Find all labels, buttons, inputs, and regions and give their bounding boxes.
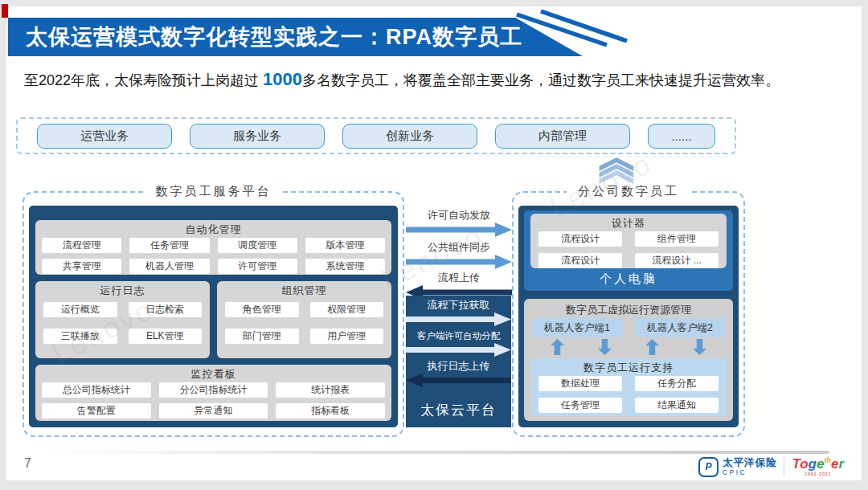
right-arrow: [406, 223, 512, 237]
tab-operations: 运营业务: [37, 124, 172, 149]
runlog-section: 运行日志 运行概览 日志检索 三联播放 ELK管理: [35, 281, 210, 358]
footer-logos: P 太平洋保险 CPIC Together 1991-2021: [698, 455, 844, 479]
module-button: 结果通知: [635, 398, 719, 413]
module-button: 系统管理: [305, 259, 385, 274]
module-button: 流程设计: [538, 253, 622, 268]
together-letter: th: [824, 457, 831, 464]
robot-client-box: 机器人客户端2: [635, 318, 725, 337]
module-button: 日志检索: [129, 302, 203, 317]
module-button: 机器人管理: [129, 259, 209, 274]
monitor-grid: 总公司指标统计 分公司指标统计 统计报表 告警配置 异常通知 指标看板: [35, 382, 391, 419]
red-accent-bar: [2, 4, 8, 18]
automation-section: 自动化管理 流程管理 任务管理 调度管理 版本管理 共享管理 机器人管理 许可管…: [35, 220, 391, 275]
together-subtext: 1991-2021: [805, 472, 831, 476]
together-letter: e: [831, 457, 838, 471]
module-button: 许可管理: [218, 259, 297, 274]
slide-canvas: 太保运营模式数字化转型实践之一：RPA数字员工 至2022年底，太保寿险预计上岗…: [0, 0, 868, 490]
tab-more: ......: [648, 124, 715, 149]
module-button: 调度管理: [218, 238, 297, 253]
together-letter: r: [838, 457, 844, 471]
right-branch-frame: 分公司数字员工 设计器 流程设计 组件管理 流程设计 流程设计 ... 个人电脑…: [512, 191, 745, 437]
designer-section: 设计器 流程设计 组件管理 流程设计 流程设计 ...: [530, 214, 727, 268]
module-button: 权限管理: [310, 302, 384, 317]
module-button: 任务管理: [538, 398, 622, 413]
module-button: 指标看板: [276, 403, 385, 419]
module-button: 角色管理: [225, 302, 299, 317]
runlog-grid: 运行概览 日志检索 三联播放 ELK管理: [35, 302, 210, 344]
together-letter: To: [792, 457, 808, 471]
subtitle: 至2022年底，太保寿险预计上岗超过 1000多名数字员工，将覆盖全部主要业务，…: [24, 69, 852, 90]
designer-section-title: 设计器: [530, 216, 727, 230]
branch-employee-panel: 设计器 流程设计 组件管理 流程设计 流程设计 ... 个人电脑 数字员工虚拟运…: [518, 206, 739, 427]
automation-section-title: 自动化管理: [35, 223, 391, 236]
cpic-logo: P 太平洋保险 CPIC: [698, 457, 777, 477]
right-arrow: [406, 343, 511, 357]
right-arrow: [406, 312, 511, 326]
org-section-title: 组织管理: [217, 284, 391, 297]
down-arrow-icon: [598, 339, 612, 355]
arrow-label: 流程下拉获取: [428, 299, 490, 312]
cpic-abbr: CPIC: [723, 469, 777, 476]
tab-internal: 内部管理: [495, 124, 630, 149]
cloud-platform-label: 太保云平台: [420, 401, 497, 419]
module-button: 流程管理: [42, 238, 121, 253]
module-button: 组件管理: [635, 231, 719, 247]
right-frame-title: 分公司数字员工: [567, 184, 690, 199]
arrow-label: 执行日志上传: [428, 360, 490, 373]
module-button: 异常通知: [159, 403, 268, 419]
module-button: 告警配置: [42, 403, 151, 419]
right-arrow: [406, 255, 512, 269]
cpic-name: 太平洋保险: [723, 458, 777, 468]
module-button: 总公司指标统计: [42, 382, 151, 398]
arrow-label: 客户端许可自动分配: [417, 329, 501, 342]
together-logo: Together 1991-2021: [792, 457, 844, 476]
footer-divider: [45, 451, 829, 454]
logo-separator: [784, 457, 784, 476]
monitor-section-title: 监控看板: [35, 367, 391, 381]
personal-computer-box: 设计器 流程设计 组件管理 流程设计 流程设计 ... 个人电脑: [524, 210, 733, 291]
left-frame-title: 数字员工服务平台: [145, 184, 283, 199]
cpic-logo-icon: P: [698, 457, 719, 477]
together-letter: e: [817, 457, 824, 471]
module-button: ELK管理: [129, 329, 203, 344]
subtitle-suffix: 多名数字员工，将覆盖全部主要业务，通过数字员工来快速提升运营效率。: [302, 72, 780, 88]
business-category-row: 运营业务 服务业务 创新业务 内部管理 ......: [16, 117, 736, 154]
module-button: 任务管理: [129, 238, 209, 253]
runlog-section-title: 运行日志: [35, 284, 210, 297]
banner-stripe-decoration: [494, 8, 639, 56]
module-button: 共享管理: [42, 259, 121, 274]
updown-arrows-row: [534, 339, 723, 355]
run-support-section: 数字员工运行支持 数据处理 任务分配 任务管理 结果通知: [530, 358, 727, 416]
tab-services: 服务业务: [190, 124, 325, 149]
run-support-title: 数字员工运行支持: [530, 361, 727, 374]
service-platform-panel: 自动化管理 流程管理 任务管理 调度管理 版本管理 共享管理 机器人管理 许可管…: [29, 206, 398, 427]
robot-client-box: 机器人客户端1: [532, 318, 622, 337]
cloud-platform-strip: 流程下拉获取 客户端许可自动分配 执行日志上传 太保云平台: [406, 296, 511, 427]
module-button: 三联播放: [43, 329, 117, 344]
module-button: 流程设计 ...: [635, 253, 719, 268]
together-wordmark: Together: [792, 457, 844, 471]
up-arrow-icon: [645, 339, 659, 355]
module-button: 统计报表: [276, 382, 385, 398]
module-button: 运行概览: [43, 302, 117, 317]
sync-arrows-group: 许可自动发放 公共组件同步 流程上传: [406, 207, 512, 300]
left-arrow: [406, 374, 511, 387]
monitor-section: 监控看板 总公司指标统计 分公司指标统计 统计报表 告警配置 异常通知 指标看板: [35, 365, 391, 421]
page-title: 太保运营模式数字化转型实践之一：RPA数字员工: [8, 22, 522, 51]
up-arrow-icon: [551, 339, 564, 355]
subtitle-prefix: 至2022年底，太保寿险预计上岗超过: [24, 72, 263, 88]
together-letter: g: [809, 457, 817, 471]
arrow-label: 公共组件同步: [428, 241, 490, 254]
module-button: 用户管理: [310, 329, 384, 344]
module-button: 流程设计: [538, 231, 622, 247]
left-platform-frame: 数字员工服务平台 自动化管理 流程管理 任务管理 调度管理 版本管理 共享管理 …: [23, 191, 404, 437]
module-button: 任务分配: [635, 376, 719, 391]
page-number: 7: [24, 456, 31, 471]
org-section: 组织管理 角色管理 权限管理 部门管理 用户管理: [217, 281, 391, 358]
virtual-resource-section: 数字员工虚拟运行资源管理 机器人客户端1 机器人客户端2 数字员工运行支持 数据…: [524, 299, 733, 421]
arrow-label: 许可自动发放: [428, 209, 490, 222]
pc-label: 个人电脑: [524, 272, 733, 287]
chevron-up-icon: [595, 157, 638, 184]
module-button: 部门管理: [225, 329, 299, 344]
subtitle-highlight: 1000: [263, 69, 302, 89]
